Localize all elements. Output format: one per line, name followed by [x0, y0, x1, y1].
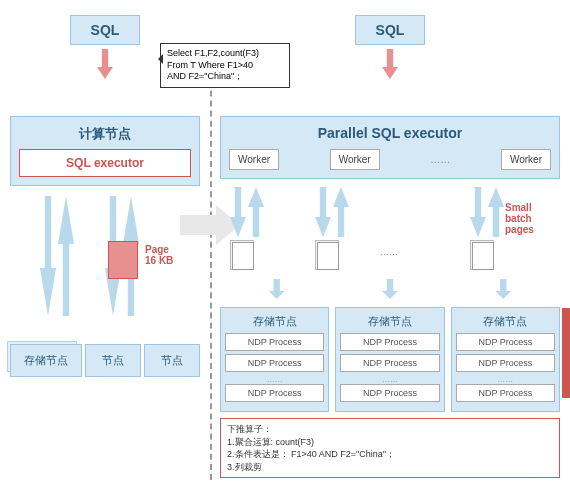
ndp-process: NDP Process [456, 384, 555, 402]
storage-node-big: 存储节点 NDP Process NDP Process …… NDP Proc… [451, 307, 560, 412]
ndp-process: NDP Process [340, 384, 439, 402]
arrow-up-icon [58, 196, 74, 316]
arrow-down-icon [97, 49, 113, 79]
storage-node: 存储节点 [10, 344, 82, 377]
arrow-up-icon [488, 187, 504, 237]
sql-callout: Select F1,F2,count(F3) From T Where F1>4… [160, 43, 290, 88]
parallel-executor-box: Parallel SQL executor Worker Worker …… W… [220, 116, 560, 179]
compute-title: 计算节点 [19, 125, 191, 143]
arrow-down-icon [382, 49, 398, 79]
ellipsis: …… [225, 375, 324, 384]
arrow-down-icon [40, 196, 56, 316]
arrow-down-icon [269, 279, 285, 299]
storage-row-left: 存储节点 节点 节点 [10, 344, 200, 377]
arrow-up-icon [333, 187, 349, 237]
worker-box: Worker [229, 149, 279, 170]
pushdown-operators-box: 下推算子： 1.聚合运算: count(F3) 2.条件表达是： F1>40 A… [220, 418, 560, 478]
worker-box: Worker [330, 149, 380, 170]
ndp-process: NDP Process [340, 354, 439, 372]
sql-executor-box: SQL executor [19, 149, 191, 177]
arrow-down-icon [382, 279, 398, 299]
worker-box: Worker [501, 149, 551, 170]
ndp-process: NDP Process [225, 354, 324, 372]
ndp-process: NDP Process [340, 333, 439, 351]
small-page-stack [232, 242, 254, 270]
ndp-process: NDP Process [456, 333, 555, 351]
ellipsis: …… [456, 375, 555, 384]
sql-box-right: SQL [355, 15, 426, 45]
ndp-process: NDP Process [456, 354, 555, 372]
ellipsis: …… [380, 247, 398, 257]
compute-node-box: 计算节点 SQL executor [10, 116, 200, 186]
arrow-down-icon [315, 187, 331, 237]
arrow-down-icon [495, 279, 511, 299]
sql-box-left: SQL [70, 15, 141, 45]
red-connector-line [562, 308, 570, 398]
parallel-title: Parallel SQL executor [229, 125, 551, 141]
small-batch-label: Smallbatchpages [505, 202, 534, 235]
arrow-down-icon [470, 187, 486, 237]
arrow-up-icon [248, 187, 264, 237]
small-page-stack [472, 242, 494, 270]
page-block [108, 241, 138, 279]
ellipsis: …… [430, 154, 450, 165]
small-page-stack [317, 242, 339, 270]
ndp-process: NDP Process [225, 333, 324, 351]
arrow-down-icon [230, 187, 246, 237]
page-size-label: Page16 KB [145, 244, 173, 266]
storage-node: 节点 [85, 344, 141, 377]
ndp-process: NDP Process [225, 384, 324, 402]
storage-node-big: 存储节点 NDP Process NDP Process …… NDP Proc… [335, 307, 444, 412]
storage-row-right: 存储节点 NDP Process NDP Process …… NDP Proc… [220, 307, 560, 412]
storage-node-big: 存储节点 NDP Process NDP Process …… NDP Proc… [220, 307, 329, 412]
storage-node: 节点 [144, 344, 200, 377]
ellipsis: …… [340, 375, 439, 384]
